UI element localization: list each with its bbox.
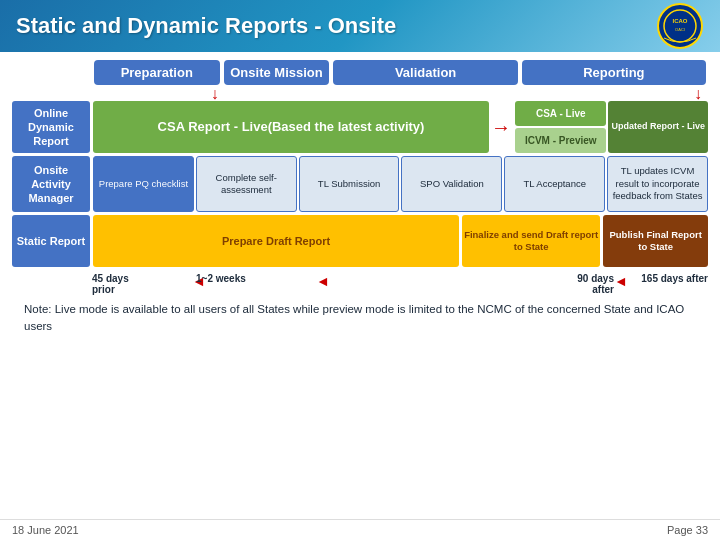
svg-point-1 [664, 10, 696, 42]
csa-content: CSA Report - Live (Based the latest acti… [93, 101, 708, 153]
timeline-section: 45 days prior ◄ 1~2 weeks ◄ 90 days afte… [92, 273, 708, 295]
finalize-box: Finalize and send Draft report to State [462, 215, 600, 267]
activity-manager-row: Onsite Activity Manager Prepare PQ check… [12, 156, 708, 212]
static-report-label: Static Report [12, 215, 90, 267]
draft-report-box: Prepare Draft Report [93, 215, 459, 267]
content-area: Online Dynamic Report CSA Report - Live … [12, 101, 708, 267]
step-complete-self: Complete self-assessment [196, 156, 297, 212]
svg-text:ICAO: ICAO [673, 18, 688, 24]
icvm-preview-label: ICVM - Preview [515, 128, 606, 153]
arrow-row-top: ↓ ↓ [92, 87, 708, 101]
step-tl-submission: TL Submission [299, 156, 400, 212]
phase-validation: Validation [333, 60, 517, 85]
right-arrow: → [491, 101, 511, 153]
step-spo-validation: SPO Validation [401, 156, 502, 212]
down-arrow-2: ↓ [688, 87, 708, 101]
onsite-activity-label: Onsite Activity Manager [12, 156, 90, 212]
footer-page: Page 33 [667, 524, 708, 536]
main-content: Preparation Onsite Mission Validation Re… [0, 52, 720, 350]
online-dynamic-label: Online Dynamic Report [12, 101, 90, 153]
step-tl-acceptance: TL Acceptance [504, 156, 605, 212]
page-title: Static and Dynamic Reports - Onsite [16, 13, 396, 39]
footer-date: 18 June 2021 [12, 524, 79, 536]
phase-header-row: Preparation Onsite Mission Validation Re… [92, 60, 708, 85]
timeline-12weeks: 1~2 weeks [196, 273, 316, 295]
phase-reporting: Reporting [522, 60, 706, 85]
phase-onsite-mission: Onsite Mission [224, 60, 330, 85]
csa-report-main: CSA Report - Live (Based the latest acti… [93, 101, 489, 153]
svg-text:OACI: OACI [675, 27, 685, 32]
page-header: Static and Dynamic Reports - Onsite ICAO… [0, 0, 720, 52]
timeline-165days: 165 days after [618, 273, 708, 295]
down-arrow-1: ↓ [205, 87, 225, 101]
timeline-45days: 45 days prior [92, 273, 192, 295]
phase-preparation: Preparation [94, 60, 220, 85]
online-dynamic-row: Online Dynamic Report CSA Report - Live … [12, 101, 708, 153]
page-footer: 18 June 2021 Page 33 [0, 519, 720, 540]
note-text: Note: Live mode is available to all user… [12, 295, 708, 342]
step-prepare-pq: Prepare PQ checklist [93, 156, 194, 212]
csa-live-box: CSA - Live ICVM - Preview [515, 101, 606, 153]
icao-logo: ICAO OACI [656, 2, 704, 50]
publish-box: Publish Final Report to State [603, 215, 708, 267]
csa-live-label: CSA - Live [515, 101, 606, 126]
timeline-90days: 90 days after [514, 273, 614, 295]
updated-report-label: Updated Report - Live [608, 101, 708, 153]
step-tl-updates: TL updates ICVM result to incorporate fe… [607, 156, 708, 212]
static-report-row: Static Report Prepare Draft Report Final… [12, 215, 708, 267]
activity-steps: Prepare PQ checklist Complete self-asses… [93, 156, 708, 212]
static-content: Prepare Draft Report Finalize and send D… [93, 215, 708, 267]
